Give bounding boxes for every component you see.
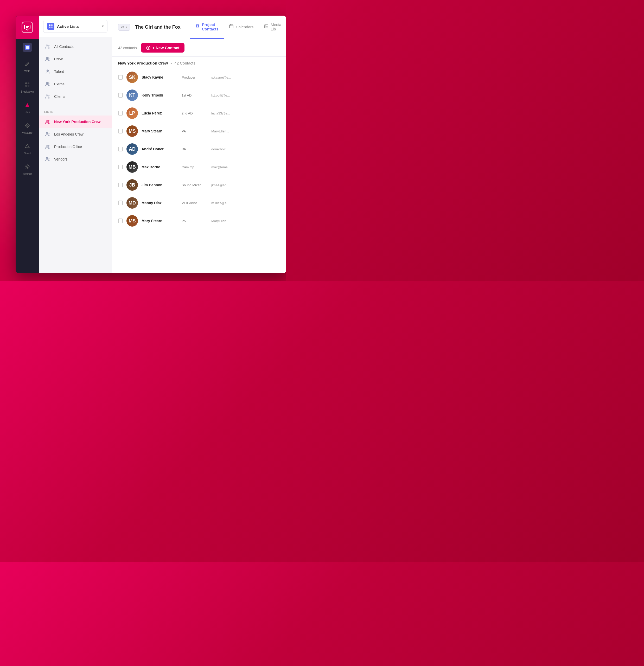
table-row[interactable]: MS Mary Stearn PA MaryEllen... — [112, 212, 286, 230]
avatar: MS — [126, 215, 138, 227]
svg-point-19 — [48, 45, 49, 46]
vendors-label: Vendors — [54, 157, 67, 161]
contact-list-header: New York Production Crew • 42 Contacts — [112, 57, 286, 68]
table-row[interactable]: SK Stacy Kayne Producer s.kayne@e... — [112, 68, 286, 86]
contact-role: Sound Mixer — [181, 183, 208, 187]
contact-checkbox-6[interactable] — [118, 182, 123, 187]
table-row[interactable]: LP Lucia Pérez 2nd AD lucia33@e... — [112, 104, 286, 122]
contact-checkbox-3[interactable] — [118, 129, 123, 134]
svg-point-29 — [46, 133, 48, 134]
svg-rect-15 — [51, 24, 53, 26]
table-row[interactable]: KT Kelly Tripolli 1st AD k.t.polli@e... — [112, 86, 286, 104]
contact-role: DP — [181, 147, 208, 151]
nav-item-settings[interactable]: Settings — [16, 158, 39, 179]
svg-rect-7 — [25, 85, 27, 87]
svg-point-25 — [46, 95, 48, 96]
settings-label: Settings — [23, 173, 32, 175]
sidebar-item-crew[interactable]: Crew — [39, 53, 111, 65]
nav-item-write[interactable]: Write — [16, 56, 39, 76]
contact-name: Lucia Pérez — [142, 111, 178, 115]
avatar: JB — [126, 179, 138, 191]
version-badge[interactable]: v1 ▾ — [118, 24, 130, 31]
dropdown-icon — [47, 23, 54, 30]
tab-calendars-icon — [229, 24, 234, 30]
svg-rect-37 — [229, 25, 233, 28]
settings-icon — [23, 162, 32, 172]
contact-role: Cam Op — [181, 165, 208, 169]
contact-name: Jim Bannon — [142, 183, 178, 187]
svg-point-42 — [265, 26, 266, 27]
list-item-vendors[interactable]: Vendors — [39, 153, 111, 165]
lists-section: LISTS New York Production Crew — [39, 106, 111, 168]
contact-checkbox-0[interactable] — [118, 75, 123, 80]
svg-marker-11 — [26, 125, 28, 127]
sidebar-item-talent[interactable]: Talent — [39, 65, 111, 78]
avatar: MB — [126, 161, 138, 173]
svg-marker-9 — [25, 103, 30, 107]
contact-role: PA — [181, 129, 208, 133]
table-row[interactable]: AD André Doner DP donerboi0... — [112, 140, 286, 158]
tab-project-contacts[interactable]: Project Contacts — [190, 16, 224, 39]
contacts-icon — [23, 43, 32, 52]
list-item-prod-office[interactable]: Production Office — [39, 140, 111, 153]
contact-checkbox-7[interactable] — [118, 200, 123, 205]
new-contact-button[interactable]: + New Contact — [141, 43, 185, 53]
svg-rect-16 — [49, 27, 51, 28]
contact-name: Manny Diaz — [142, 201, 178, 205]
svg-point-23 — [46, 82, 48, 84]
table-row[interactable]: MS Mary Stearn PA MaryEllen... — [112, 122, 286, 140]
contacts-count: 42 contacts — [118, 46, 137, 50]
svg-rect-8 — [28, 85, 30, 87]
contact-email: m.diaz@e... — [211, 201, 229, 205]
nav-item-breakdown[interactable]: Breakdown — [16, 76, 39, 97]
contact-name: André Doner — [142, 147, 178, 151]
contact-checkbox-1[interactable] — [118, 93, 123, 98]
contact-email: donerboi0... — [211, 147, 229, 151]
contact-role: 2nd AD — [181, 111, 208, 115]
contact-checkbox-8[interactable] — [118, 218, 123, 223]
shoot-icon — [23, 141, 32, 151]
svg-rect-6 — [28, 83, 30, 84]
avatar: SK — [126, 72, 138, 83]
nav-item-visualize[interactable]: Visualize — [16, 117, 39, 138]
logo-area — [16, 16, 39, 39]
table-row[interactable]: MB Max Borne Cam Op max@ema... — [112, 158, 286, 176]
list-item-ny-prod-crew[interactable]: New York Production Crew — [39, 116, 111, 128]
svg-point-31 — [46, 145, 48, 146]
avatar: LP — [126, 107, 138, 119]
prod-office-icon — [44, 143, 51, 150]
write-label: Write — [24, 70, 30, 73]
svg-point-18 — [46, 45, 48, 46]
nav-item-shoot[interactable]: Shoot — [16, 138, 39, 158]
contact-checkbox-4[interactable] — [118, 147, 123, 152]
sidebar-item-clients[interactable]: Clients — [39, 90, 111, 103]
svg-rect-4 — [26, 46, 29, 49]
visualize-icon — [23, 121, 32, 130]
visualize-label: Visualize — [22, 132, 33, 134]
active-lists-dropdown[interactable]: Active Lists ▾ — [43, 20, 107, 33]
tab-calendars-label: Calendars — [236, 25, 254, 29]
plan-label: Plan — [25, 111, 30, 114]
list-title: New York Production Crew — [118, 61, 168, 65]
nav-item-contacts[interactable] — [16, 39, 39, 56]
extras-icon — [44, 81, 51, 87]
table-row[interactable]: JB Jim Bannon Sound Mixer jim44@en... — [112, 176, 286, 194]
shoot-label: Shoot — [24, 152, 31, 155]
contact-name: Kelly Tripolli — [142, 93, 178, 97]
contact-name: Mary Stearn — [142, 129, 178, 133]
svg-point-34 — [48, 158, 49, 159]
plan-icon — [23, 101, 32, 110]
new-contact-label: + New Contact — [153, 46, 179, 50]
table-row[interactable]: MD Manny Diaz VFX Artist m.diaz@e... — [112, 194, 286, 212]
tab-media-lib[interactable]: Media Lib — [259, 16, 286, 39]
app-logo[interactable] — [22, 22, 33, 33]
tab-calendars[interactable]: Calendars — [224, 16, 259, 39]
sidebar-item-extras[interactable]: Extras — [39, 78, 111, 90]
contact-checkbox-2[interactable] — [118, 111, 123, 116]
avatar: MD — [126, 197, 138, 209]
tab-contacts-icon — [195, 24, 200, 30]
contact-checkbox-5[interactable] — [118, 165, 123, 169]
list-item-la-crew[interactable]: Los Angeles Crew — [39, 128, 111, 140]
nav-item-plan[interactable]: Plan — [16, 97, 39, 117]
sidebar-item-all-contacts[interactable]: All Contacts — [39, 40, 111, 53]
